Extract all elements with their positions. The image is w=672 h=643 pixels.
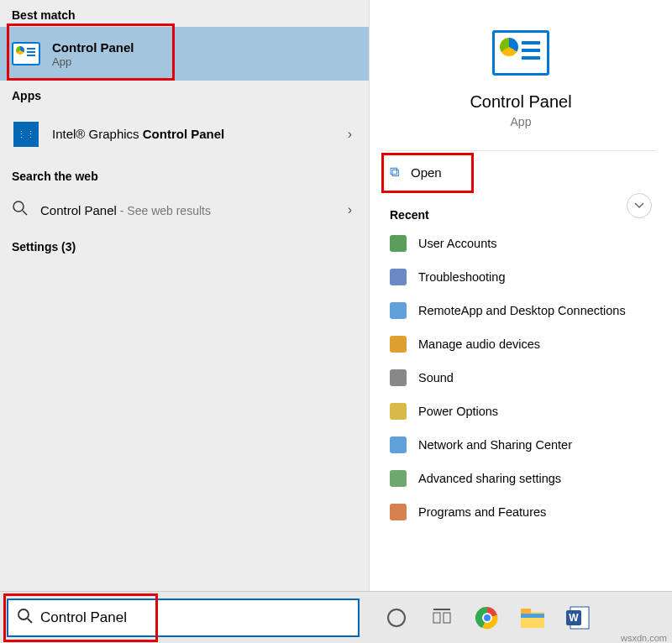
- recent-item-icon: [390, 235, 407, 252]
- recent-item-label: Sound: [418, 371, 454, 384]
- recent-item-icon: [390, 336, 407, 353]
- svg-point-0: [13, 201, 24, 212]
- chevron-right-icon[interactable]: ›: [343, 127, 357, 142]
- svg-rect-5: [433, 613, 440, 623]
- recent-item-label: Advanced sharing settings: [418, 472, 561, 485]
- search-results-pane: Best match Control Panel App Apps ⋮⋮ Int…: [0, 0, 370, 591]
- recent-item-label: Network and Sharing Center: [418, 438, 572, 452]
- recent-list: User AccountsTroubleshootingRemoteApp an…: [370, 227, 672, 529]
- web-result[interactable]: Control Panel - See web results ›: [0, 188, 369, 232]
- svg-rect-6: [444, 613, 450, 623]
- recent-item[interactable]: Network and Sharing Center: [370, 428, 672, 462]
- svg-point-4: [388, 609, 405, 626]
- svg-text:W: W: [569, 612, 579, 624]
- best-match-result[interactable]: Control Panel App: [0, 27, 369, 81]
- apps-result-intel[interactable]: ⋮⋮ Intel® Graphics Control Panel ›: [0, 107, 369, 161]
- recent-item-icon: [390, 437, 407, 453]
- taskbar: Control Panel W: [0, 591, 672, 643]
- apps-label: Apps: [0, 81, 369, 107]
- file-explorer-icon[interactable]: [517, 603, 548, 633]
- task-view-icon[interactable]: [427, 603, 457, 633]
- recent-item[interactable]: Programs and Features: [370, 495, 672, 529]
- control-panel-icon: [12, 39, 40, 68]
- web-label: Search the web: [0, 161, 369, 188]
- recent-item-icon: [390, 369, 407, 386]
- recent-item-icon: [390, 302, 407, 319]
- svg-rect-13: [521, 614, 544, 618]
- cortana-icon[interactable]: [381, 603, 412, 633]
- apps-item-bold: Control Panel: [143, 127, 225, 141]
- recent-item-label: User Accounts: [418, 237, 497, 250]
- detail-type: App: [370, 115, 672, 128]
- recent-item-label: Manage audio devices: [418, 337, 540, 351]
- recent-item-icon: [390, 504, 407, 520]
- recent-item[interactable]: User Accounts: [370, 227, 672, 260]
- recent-item[interactable]: Advanced sharing settings: [370, 462, 672, 495]
- web-item-title: Control Panel: [40, 203, 117, 217]
- search-icon: [12, 200, 29, 220]
- recent-item-icon: [390, 470, 407, 487]
- settings-label[interactable]: Settings (3): [0, 232, 369, 259]
- apps-item-prefix: Intel® Graphics: [52, 127, 143, 141]
- recent-item-icon: [390, 403, 407, 420]
- recent-item[interactable]: Troubleshooting: [370, 260, 672, 294]
- recent-item-label: Power Options: [418, 405, 498, 418]
- highlight-box: [381, 153, 474, 193]
- search-box[interactable]: Control Panel: [7, 599, 360, 637]
- word-icon[interactable]: W: [563, 603, 593, 633]
- svg-line-1: [23, 211, 27, 215]
- svg-rect-12: [521, 609, 531, 614]
- chrome-icon[interactable]: [472, 603, 502, 633]
- recent-item-label: Programs and Features: [418, 505, 546, 519]
- recent-item[interactable]: Sound: [370, 361, 672, 395]
- recent-item[interactable]: Power Options: [370, 395, 672, 428]
- recent-item-label: RemoteApp and Desktop Connections: [418, 304, 626, 317]
- taskbar-icons: W: [381, 603, 593, 633]
- chevron-right-icon[interactable]: ›: [343, 202, 357, 217]
- detail-pane: Control Panel App ⧉ Open Recent User Acc…: [370, 0, 672, 591]
- recent-item[interactable]: Manage audio devices: [370, 327, 672, 361]
- recent-item-icon: [390, 269, 407, 285]
- highlight-box: [3, 593, 158, 642]
- detail-title: Control Panel: [370, 92, 672, 112]
- expand-button[interactable]: [627, 193, 652, 218]
- recent-item[interactable]: RemoteApp and Desktop Connections: [370, 294, 672, 327]
- svg-point-10: [483, 614, 491, 622]
- control-panel-icon-large: [492, 30, 549, 76]
- watermark: wsxdn.com: [621, 633, 667, 643]
- recent-item-label: Troubleshooting: [418, 270, 505, 284]
- detail-header: Control Panel App: [370, 0, 672, 128]
- web-item-suffix: - See web results: [117, 204, 211, 217]
- open-action[interactable]: ⧉ Open: [370, 151, 672, 193]
- intel-icon: ⋮⋮: [12, 120, 40, 149]
